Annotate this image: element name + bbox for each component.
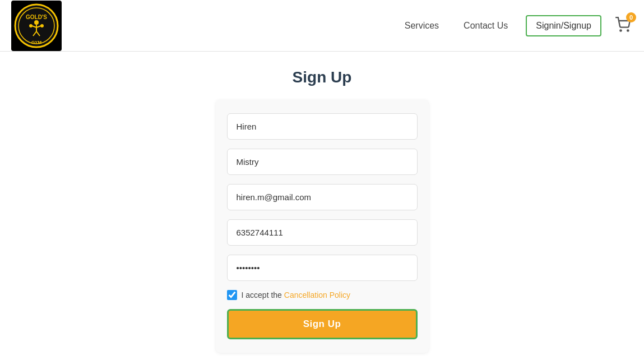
svg-text:GOLD'S: GOLD'S [26,14,47,20]
signup-form: I accept the Cancellation Policy Sign Up [216,100,429,353]
svg-text:GYM: GYM [31,40,42,45]
policy-checkbox-row: I accept the Cancellation Policy [227,290,418,300]
svg-point-13 [627,30,628,31]
checkbox-label: I accept the Cancellation Policy [242,291,351,300]
email-input[interactable] [227,184,418,210]
main-content: Sign Up I accept the Cancellation Policy… [0,52,644,364]
contact-link[interactable]: Contact Us [457,16,515,35]
signin-link[interactable]: Signin/Signup [526,15,601,36]
nav: Services Contact Us Signin/Signup 0 [398,15,633,37]
page-title: Sign Up [293,68,352,86]
svg-point-7 [29,24,33,27]
svg-point-8 [40,24,44,27]
first-name-input[interactable] [227,113,418,140]
last-name-input[interactable] [227,149,418,175]
password-input[interactable] [227,255,418,281]
signup-button[interactable]: Sign Up [227,309,418,339]
services-link[interactable]: Services [398,16,446,35]
cart-button[interactable]: 0 [613,15,633,37]
svg-point-3 [34,20,39,25]
logo[interactable]: GOLD'S GYM [11,1,62,51]
phone-input[interactable] [227,219,418,246]
svg-point-12 [620,30,621,31]
policy-checkbox[interactable] [227,290,237,300]
cancellation-policy-link[interactable]: Cancellation Policy [284,291,350,300]
cart-badge: 0 [626,12,636,22]
header: GOLD'S GYM Services Contact Us Signin/Si… [0,0,644,52]
